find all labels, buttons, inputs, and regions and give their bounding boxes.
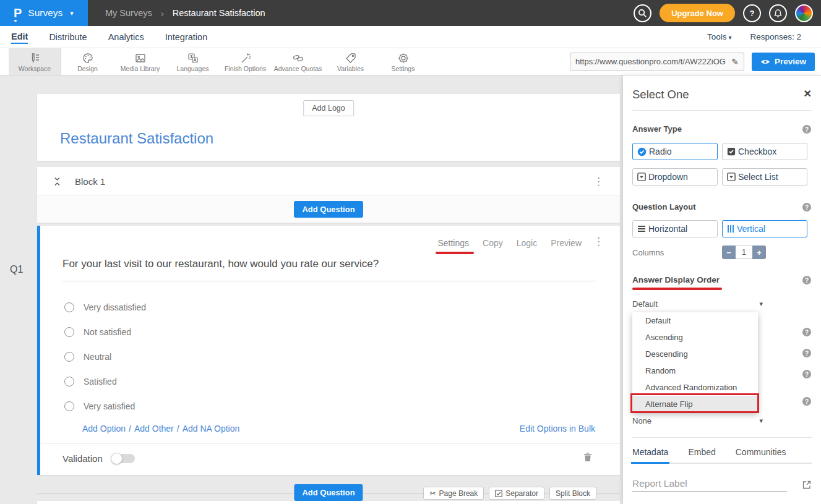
answer-option-row[interactable]: Neutral xyxy=(62,344,595,369)
answer-option-row[interactable]: Very dissatisfied xyxy=(62,295,595,320)
display-order-select[interactable]: Default ▾ xyxy=(632,297,763,310)
toolbar-item-languages[interactable]: Languages xyxy=(166,48,219,75)
delete-question-button[interactable] xyxy=(583,452,592,464)
block-menu-icon[interactable]: ⋮ xyxy=(593,176,604,187)
edit-url-icon[interactable]: ✎ xyxy=(731,57,739,67)
nav-tab-analytics[interactable]: Analytics xyxy=(108,31,144,43)
help-icon[interactable]: ? xyxy=(802,370,811,378)
radio-icon[interactable] xyxy=(64,377,74,387)
answer-option-label[interactable]: Very satisfied xyxy=(84,401,135,411)
nav-tab-edit[interactable]: Edit xyxy=(11,30,28,44)
menu-item-random[interactable]: Random xyxy=(632,362,758,379)
answer-option-row[interactable]: Satisfied xyxy=(62,369,595,394)
help-icon[interactable]: ? xyxy=(802,349,811,357)
answer-type-dropdown[interactable]: Dropdown xyxy=(632,168,718,186)
tab-metadata[interactable]: Metadata xyxy=(632,447,668,457)
layout-vertical-button[interactable]: Vertical xyxy=(722,220,807,237)
block-title[interactable]: Block 1 xyxy=(75,176,105,187)
columns-value-field[interactable] xyxy=(736,246,752,259)
decrease-columns-button[interactable]: − xyxy=(722,246,736,259)
collapse-block-icon[interactable] xyxy=(53,176,61,187)
menu-item-advanced-randomization[interactable]: Advanced Randomization xyxy=(632,379,758,396)
menu-item-descending[interactable]: Descending xyxy=(632,346,758,362)
layout-horizontal-button[interactable]: Horizontal xyxy=(632,220,718,237)
validation-toggle[interactable] xyxy=(111,454,135,463)
split-block-button[interactable]: Split Block xyxy=(549,487,596,500)
nav-tab-integration[interactable]: Integration xyxy=(165,31,208,43)
horizontal-lines-icon xyxy=(637,225,646,233)
add-other-link[interactable]: Add Other xyxy=(134,424,174,434)
tools-menu[interactable]: Tools▾ xyxy=(707,32,732,41)
toolbar-item-media-library[interactable]: Media Library xyxy=(114,48,166,75)
breadcrumb-chevron-icon: › xyxy=(161,8,164,19)
user-avatar[interactable] xyxy=(795,4,813,22)
menu-item-ascending[interactable]: Ascending xyxy=(632,329,758,346)
answer-option-label[interactable]: Neutral xyxy=(84,352,111,362)
report-label-input[interactable] xyxy=(632,476,787,492)
add-option-link[interactable]: Add Option xyxy=(82,424,126,434)
notifications-button[interactable] xyxy=(769,4,787,22)
radio-icon[interactable] xyxy=(64,302,74,312)
panel-divider xyxy=(632,110,812,111)
breadcrumb-my-surveys[interactable]: My Surveys xyxy=(105,8,152,18)
toolbar-item-design[interactable]: Design xyxy=(61,48,114,75)
page-break-button[interactable]: ✂Page Break xyxy=(423,487,484,500)
answer-type-checkbox[interactable]: Checkbox xyxy=(722,143,807,160)
expand-icon[interactable] xyxy=(802,480,812,492)
menu-item-default[interactable]: Default xyxy=(632,312,758,329)
question-tab-preview[interactable]: Preview xyxy=(551,238,582,248)
menu-item-alternate-flip[interactable]: Alternate Flip xyxy=(632,396,758,412)
toolbar-item-settings[interactable]: Settings xyxy=(377,48,429,75)
toolbar-item-advance-quotas[interactable]: Advance Quotas xyxy=(272,48,324,75)
question-menu-icon[interactable]: ⋮ xyxy=(593,236,604,247)
help-icon[interactable]: ? xyxy=(802,276,811,284)
add-question-button-bottom[interactable]: Add Question xyxy=(294,484,363,501)
help-icon[interactable]: ? xyxy=(802,203,811,211)
toolbar-item-finish-options[interactable]: Finish Options xyxy=(219,48,272,75)
nav-tab-distribute[interactable]: Distribute xyxy=(49,31,87,43)
increase-columns-button[interactable]: + xyxy=(752,246,766,259)
survey-url-input[interactable] xyxy=(575,57,731,66)
tab-communities[interactable]: Communities xyxy=(736,447,786,457)
help-icon[interactable]: ? xyxy=(802,328,811,336)
display-order-value: Default xyxy=(632,299,658,309)
upgrade-now-button[interactable]: Upgrade Now xyxy=(660,4,735,22)
help-icon[interactable]: ? xyxy=(802,397,811,406)
answer-option-label[interactable]: Very dissatisfied xyxy=(84,302,146,312)
help-icon[interactable]: ? xyxy=(802,125,811,134)
next-card-edge xyxy=(37,501,620,504)
answer-option-label[interactable]: Not satisfied xyxy=(84,327,131,337)
answer-type-select-list[interactable]: Select List xyxy=(722,168,807,186)
radio-icon[interactable] xyxy=(64,352,74,362)
question-tab-settings[interactable]: Settings xyxy=(437,238,469,248)
add-na-option-link[interactable]: Add NA Option xyxy=(183,424,240,434)
answer-option-row[interactable]: Very satisfied xyxy=(62,394,595,419)
add-question-button-top[interactable]: Add Question xyxy=(294,201,363,218)
answer-option-row[interactable]: Not satisfied xyxy=(62,320,595,344)
close-icon[interactable]: ✕ xyxy=(804,88,812,100)
preview-button[interactable]: Preview xyxy=(752,53,815,71)
answer-option-label[interactable]: Satisfied xyxy=(84,377,117,387)
radio-icon[interactable] xyxy=(64,401,74,411)
edit-options-in-bulk-link[interactable]: Edit Options in Bulk xyxy=(520,424,595,434)
responses-link[interactable]: Responses: 2 xyxy=(750,32,801,41)
toolbar-item-workspace[interactable]: Workspace xyxy=(9,48,61,75)
footer-buttons: ✂Page Break Separator Split Block xyxy=(423,487,596,500)
answer-type-label: Answer Type xyxy=(632,124,682,134)
product-switcher[interactable]: P Surveys ▾ xyxy=(0,0,88,26)
separator-button[interactable]: Separator xyxy=(489,487,544,500)
answer-type-label-text: Checkbox xyxy=(738,147,776,156)
survey-title[interactable]: Restaurant Satisfaction xyxy=(60,130,213,147)
tab-embed[interactable]: Embed xyxy=(688,447,715,457)
toolbar-item-variables[interactable]: Variables xyxy=(324,48,377,75)
search-button[interactable] xyxy=(634,4,651,22)
question-text[interactable]: For your last visit to our restaurant, h… xyxy=(62,258,595,281)
add-logo-button[interactable]: Add Logo xyxy=(303,100,354,116)
question-tab-copy[interactable]: Copy xyxy=(483,238,503,248)
radio-icon[interactable] xyxy=(64,327,74,337)
image-icon xyxy=(134,52,147,64)
secondary-select[interactable]: None ▾ xyxy=(632,414,763,427)
help-button[interactable]: ? xyxy=(743,4,761,22)
answer-type-radio[interactable]: Radio xyxy=(632,143,718,160)
question-tab-logic[interactable]: Logic xyxy=(517,238,537,248)
